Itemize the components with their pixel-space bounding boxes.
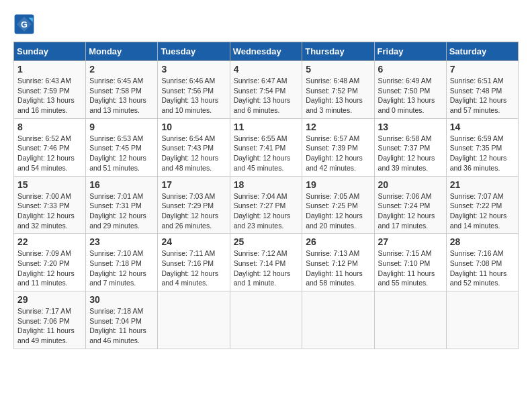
day-detail: Sunrise: 6:46 AMSunset: 7:56 PMDaylight:… (161, 76, 226, 116)
calendar-cell: 1Sunrise: 6:43 AMSunset: 7:59 PMDaylight… (14, 61, 86, 119)
logo: G (13, 13, 36, 35)
calendar-cell: 6Sunrise: 6:49 AMSunset: 7:50 PMDaylight… (374, 61, 446, 119)
day-number: 29 (17, 294, 82, 305)
day-number: 6 (378, 64, 443, 75)
day-detail: Sunrise: 6:47 AMSunset: 7:54 PMDaylight:… (234, 76, 299, 116)
day-detail: Sunrise: 6:58 AMSunset: 7:37 PMDaylight:… (378, 134, 443, 173)
calendar-cell: 3Sunrise: 6:46 AMSunset: 7:56 PMDaylight… (158, 61, 230, 119)
day-detail: Sunrise: 7:04 AMSunset: 7:27 PMDaylight:… (234, 191, 299, 231)
day-number: 25 (234, 236, 299, 247)
day-detail: Sunrise: 7:18 AMSunset: 7:04 PMDaylight:… (89, 306, 154, 346)
page-header: G (13, 13, 519, 35)
day-number: 14 (450, 122, 515, 132)
calendar-cell (230, 291, 302, 349)
day-detail: Sunrise: 6:57 AMSunset: 7:39 PMDaylight:… (306, 134, 370, 173)
day-number: 17 (161, 179, 226, 190)
calendar-cell: 20Sunrise: 7:06 AMSunset: 7:24 PMDayligh… (374, 176, 446, 234)
day-detail: Sunrise: 6:53 AMSunset: 7:45 PMDaylight:… (89, 134, 154, 173)
day-number: 23 (89, 236, 154, 247)
calendar-cell: 24Sunrise: 7:11 AMSunset: 7:16 PMDayligh… (158, 234, 230, 291)
day-detail: Sunrise: 7:00 AMSunset: 7:33 PMDaylight:… (17, 191, 82, 231)
day-number: 10 (161, 122, 226, 132)
day-detail: Sunrise: 6:51 AMSunset: 7:48 PMDaylight:… (450, 76, 515, 116)
day-number: 16 (89, 179, 154, 190)
header-monday: Monday (86, 42, 158, 61)
calendar-cell: 2Sunrise: 6:45 AMSunset: 7:58 PMDaylight… (86, 61, 158, 119)
calendar-cell: 23Sunrise: 7:10 AMSunset: 7:18 PMDayligh… (86, 234, 158, 291)
calendar-cell: 26Sunrise: 7:13 AMSunset: 7:12 PMDayligh… (302, 234, 374, 291)
header-sunday: Sunday (14, 42, 86, 61)
day-number: 26 (306, 236, 370, 247)
day-detail: Sunrise: 7:01 AMSunset: 7:31 PMDaylight:… (89, 191, 154, 231)
day-number: 9 (89, 122, 154, 132)
day-number: 7 (450, 64, 515, 75)
day-number: 5 (306, 64, 370, 75)
day-number: 27 (378, 236, 443, 247)
calendar-cell: 13Sunrise: 6:58 AMSunset: 7:37 PMDayligh… (374, 118, 446, 176)
calendar-cell (158, 291, 230, 349)
day-detail: Sunrise: 7:03 AMSunset: 7:29 PMDaylight:… (161, 191, 226, 231)
day-number: 4 (234, 64, 299, 75)
header-thursday: Thursday (302, 42, 374, 61)
header-friday: Friday (374, 42, 446, 61)
calendar-cell (374, 291, 446, 349)
day-detail: Sunrise: 6:43 AMSunset: 7:59 PMDaylight:… (17, 76, 82, 116)
calendar-cell: 29Sunrise: 7:17 AMSunset: 7:06 PMDayligh… (14, 291, 86, 349)
calendar-cell: 9Sunrise: 6:53 AMSunset: 7:45 PMDaylight… (86, 118, 158, 176)
day-detail: Sunrise: 7:06 AMSunset: 7:24 PMDaylight:… (378, 191, 443, 231)
calendar-week-4: 22Sunrise: 7:09 AMSunset: 7:20 PMDayligh… (14, 234, 519, 291)
day-detail: Sunrise: 6:45 AMSunset: 7:58 PMDaylight:… (89, 76, 154, 116)
calendar-week-3: 15Sunrise: 7:00 AMSunset: 7:33 PMDayligh… (14, 176, 519, 234)
calendar-cell: 18Sunrise: 7:04 AMSunset: 7:27 PMDayligh… (230, 176, 302, 234)
calendar-cell: 25Sunrise: 7:12 AMSunset: 7:14 PMDayligh… (230, 234, 302, 291)
day-detail: Sunrise: 6:49 AMSunset: 7:50 PMDaylight:… (378, 76, 443, 116)
day-number: 3 (161, 64, 226, 75)
day-detail: Sunrise: 7:10 AMSunset: 7:18 PMDaylight:… (89, 248, 154, 288)
calendar-cell: 10Sunrise: 6:54 AMSunset: 7:43 PMDayligh… (158, 118, 230, 176)
calendar-cell: 22Sunrise: 7:09 AMSunset: 7:20 PMDayligh… (14, 234, 86, 291)
day-detail: Sunrise: 6:54 AMSunset: 7:43 PMDaylight:… (161, 134, 226, 173)
logo-icon: G (13, 13, 35, 35)
calendar-cell: 7Sunrise: 6:51 AMSunset: 7:48 PMDaylight… (446, 61, 518, 119)
day-number: 15 (17, 179, 82, 190)
header-tuesday: Tuesday (158, 42, 230, 61)
day-number: 21 (450, 179, 515, 190)
calendar-cell: 12Sunrise: 6:57 AMSunset: 7:39 PMDayligh… (302, 118, 374, 176)
calendar-cell: 17Sunrise: 7:03 AMSunset: 7:29 PMDayligh… (158, 176, 230, 234)
day-number: 22 (17, 236, 82, 247)
calendar-cell (302, 291, 374, 349)
calendar-cell: 19Sunrise: 7:05 AMSunset: 7:25 PMDayligh… (302, 176, 374, 234)
day-detail: Sunrise: 6:59 AMSunset: 7:35 PMDaylight:… (450, 134, 515, 173)
calendar-cell: 30Sunrise: 7:18 AMSunset: 7:04 PMDayligh… (86, 291, 158, 349)
calendar-cell: 14Sunrise: 6:59 AMSunset: 7:35 PMDayligh… (446, 118, 518, 176)
calendar-cell: 8Sunrise: 6:52 AMSunset: 7:46 PMDaylight… (14, 118, 86, 176)
calendar-table: SundayMondayTuesdayWednesdayThursdayFrid… (13, 42, 519, 349)
calendar-cell: 28Sunrise: 7:16 AMSunset: 7:08 PMDayligh… (446, 234, 518, 291)
calendar-header-row: SundayMondayTuesdayWednesdayThursdayFrid… (14, 42, 519, 61)
calendar-cell: 15Sunrise: 7:00 AMSunset: 7:33 PMDayligh… (14, 176, 86, 234)
day-number: 12 (306, 122, 370, 132)
day-detail: Sunrise: 6:52 AMSunset: 7:46 PMDaylight:… (17, 134, 82, 173)
day-number: 24 (161, 236, 226, 247)
day-detail: Sunrise: 6:55 AMSunset: 7:41 PMDaylight:… (234, 134, 299, 173)
day-number: 13 (378, 122, 443, 132)
day-detail: Sunrise: 7:13 AMSunset: 7:12 PMDaylight:… (306, 248, 370, 288)
calendar-cell: 11Sunrise: 6:55 AMSunset: 7:41 PMDayligh… (230, 118, 302, 176)
day-number: 19 (306, 179, 370, 190)
day-detail: Sunrise: 7:11 AMSunset: 7:16 PMDaylight:… (161, 248, 226, 288)
header-wednesday: Wednesday (230, 42, 302, 61)
calendar-cell: 4Sunrise: 6:47 AMSunset: 7:54 PMDaylight… (230, 61, 302, 119)
svg-text:G: G (21, 19, 28, 30)
day-detail: Sunrise: 7:16 AMSunset: 7:08 PMDaylight:… (450, 248, 515, 288)
day-number: 18 (234, 179, 299, 190)
calendar-cell: 27Sunrise: 7:15 AMSunset: 7:10 PMDayligh… (374, 234, 446, 291)
calendar-cell: 5Sunrise: 6:48 AMSunset: 7:52 PMDaylight… (302, 61, 374, 119)
day-number: 20 (378, 179, 443, 190)
day-number: 11 (234, 122, 299, 132)
day-detail: Sunrise: 7:05 AMSunset: 7:25 PMDaylight:… (306, 191, 370, 231)
day-detail: Sunrise: 7:12 AMSunset: 7:14 PMDaylight:… (234, 248, 299, 288)
calendar-cell: 21Sunrise: 7:07 AMSunset: 7:22 PMDayligh… (446, 176, 518, 234)
calendar-cell (446, 291, 518, 349)
calendar-cell: 16Sunrise: 7:01 AMSunset: 7:31 PMDayligh… (86, 176, 158, 234)
day-number: 30 (89, 294, 154, 305)
